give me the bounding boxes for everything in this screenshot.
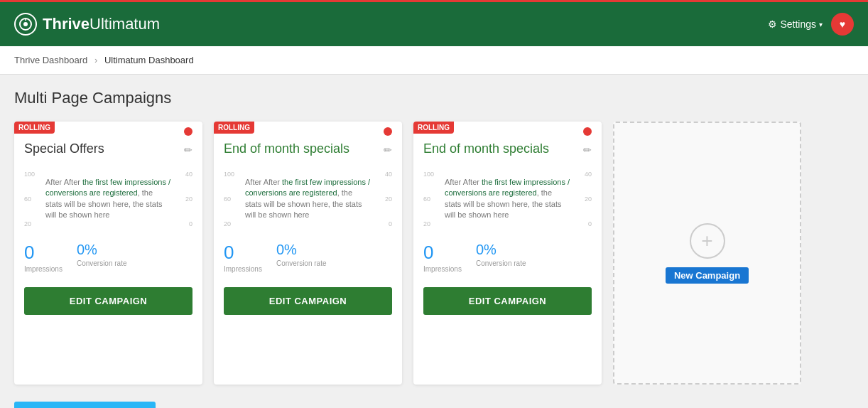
- impressions-label: Impressions: [423, 265, 462, 273]
- chevron-down-icon: ▾: [819, 21, 823, 28]
- impressions-value: 0: [224, 242, 262, 264]
- app-name: ThriveUltimatum: [43, 15, 160, 33]
- app-logo: ThriveUltimatum: [14, 13, 160, 36]
- card-footer: EDIT CAMPAIGN: [14, 280, 202, 326]
- gear-icon: ⚙: [768, 18, 777, 30]
- new-campaign-label: New Campaign: [666, 267, 749, 284]
- conversion-stat: 0% Conversion rate: [276, 242, 327, 273]
- plus-symbol: +: [701, 230, 712, 252]
- conversion-stat: 0% Conversion rate: [77, 242, 127, 273]
- breadcrumb-parent[interactable]: Thrive Dashboard: [14, 55, 87, 65]
- campaigns-grid: ROLLING Special Offers ✏ 100 60 20 40 20…: [14, 122, 854, 385]
- edit-campaign-button[interactable]: EDIT CAMPAIGN: [423, 287, 592, 315]
- app-header: ThriveUltimatum ⚙ Settings ▾ ♥: [0, 0, 868, 46]
- impressions-label: Impressions: [24, 265, 63, 273]
- card-stats: 0 Impressions 0% Conversion rate: [14, 235, 202, 280]
- impressions-value: 0: [24, 242, 63, 264]
- breadcrumb-separator: ›: [94, 55, 97, 65]
- chart-message: After After the first few impressions / …: [45, 177, 171, 221]
- main-content: Multi Page Campaigns ROLLING Special Off…: [0, 75, 868, 408]
- status-dot: [184, 127, 192, 136]
- chart-y-left: 100 60 20: [224, 171, 234, 227]
- new-campaign-plus-icon: +: [690, 223, 725, 259]
- heart-button[interactable]: ♥: [831, 13, 854, 36]
- edit-icon[interactable]: ✏: [184, 144, 192, 156]
- campaign-card-1: ROLLING End of month specials ✏ 100 60 2…: [214, 122, 402, 385]
- conversion-stat: 0% Conversion rate: [476, 242, 526, 273]
- page-title: Multi Page Campaigns: [14, 89, 854, 107]
- edit-icon[interactable]: ✏: [384, 144, 392, 156]
- app-name-light: Ultimatum: [89, 15, 160, 33]
- edit-campaign-button[interactable]: EDIT CAMPAIGN: [24, 287, 192, 315]
- settings-button[interactable]: ⚙ Settings ▾: [768, 18, 823, 30]
- new-campaign-card[interactable]: + New Campaign: [613, 122, 801, 385]
- rolling-badge: ROLLING: [413, 122, 454, 134]
- breadcrumb: Thrive Dashboard › Ultimatum Dashboard: [0, 46, 868, 75]
- conversion-label: Conversion rate: [276, 259, 327, 267]
- impressions-stat: 0 Impressions: [423, 242, 462, 273]
- card-chart: 100 60 20 40 20 0 After After the first …: [14, 163, 202, 235]
- campaign-title: End of month specials: [224, 141, 384, 156]
- chart-y-left: 100 60 20: [423, 171, 434, 227]
- chart-placeholder: 100 60 20 40 20 0 After After the first …: [224, 171, 392, 227]
- card-chart: 100 60 20 40 20 0 After After the first …: [214, 163, 402, 235]
- edit-icon[interactable]: ✏: [583, 144, 592, 156]
- chart-y-right: 40 20 0: [585, 171, 592, 227]
- header-actions: ⚙ Settings ▾ ♥: [768, 13, 854, 36]
- impressions-value: 0: [423, 242, 462, 264]
- conversion-value: 0%: [77, 242, 127, 258]
- settings-label: Settings: [780, 18, 816, 30]
- chart-y-right: 40 20 0: [385, 171, 392, 227]
- chart-y-right: 40 20 0: [185, 171, 192, 227]
- archived-campaigns-button[interactable]: ARCHIVED CAMPAIGNS: [14, 402, 156, 408]
- campaign-card-0: ROLLING Special Offers ✏ 100 60 20 40 20…: [14, 122, 202, 385]
- card-footer: EDIT CAMPAIGN: [413, 280, 602, 326]
- card-footer: EDIT CAMPAIGN: [214, 280, 402, 326]
- chart-message: After After the first few impressions / …: [445, 177, 570, 221]
- rolling-badge: ROLLING: [14, 122, 55, 134]
- logo-icon: [14, 13, 37, 36]
- card-chart: 100 60 20 40 20 0 After After the first …: [413, 163, 602, 235]
- breadcrumb-current: Ultimatum Dashboard: [104, 55, 194, 65]
- chart-message: After After the first few impressions / …: [245, 177, 371, 221]
- chart-y-left: 100 60 20: [24, 171, 35, 227]
- impressions-label: Impressions: [224, 265, 262, 273]
- rolling-badge: ROLLING: [214, 122, 254, 134]
- campaign-title: End of month specials: [423, 141, 583, 156]
- status-dot: [583, 127, 592, 136]
- impressions-stat: 0 Impressions: [224, 242, 262, 273]
- card-stats: 0 Impressions 0% Conversion rate: [214, 235, 402, 280]
- campaign-card-2: ROLLING End of month specials ✏ 100 60 2…: [413, 122, 602, 385]
- chart-placeholder: 100 60 20 40 20 0 After After the first …: [423, 171, 592, 227]
- card-stats: 0 Impressions 0% Conversion rate: [413, 235, 602, 280]
- heart-icon: ♥: [840, 18, 845, 30]
- conversion-label: Conversion rate: [476, 259, 526, 267]
- svg-point-1: [23, 22, 28, 26]
- status-dot: [384, 127, 392, 136]
- app-name-bold: Thrive: [43, 15, 89, 33]
- conversion-value: 0%: [476, 242, 526, 258]
- conversion-label: Conversion rate: [77, 259, 127, 267]
- edit-campaign-button[interactable]: EDIT CAMPAIGN: [224, 287, 392, 315]
- conversion-value: 0%: [276, 242, 327, 258]
- chart-placeholder: 100 60 20 40 20 0 After After the first …: [24, 171, 192, 227]
- impressions-stat: 0 Impressions: [24, 242, 63, 273]
- campaign-title: Special Offers: [24, 141, 184, 156]
